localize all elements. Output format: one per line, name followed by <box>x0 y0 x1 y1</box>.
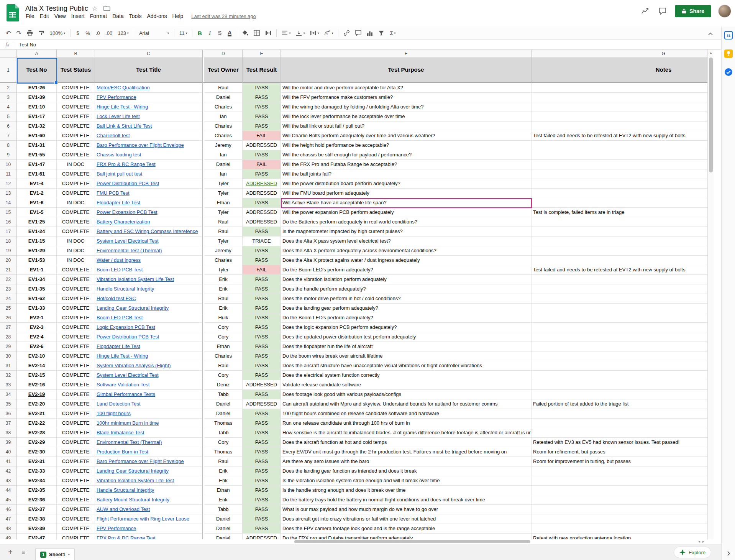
cell-G37[interactable] <box>532 419 707 428</box>
cell-G22[interactable] <box>532 275 707 284</box>
cell-C45[interactable]: Battery Mount Structural Integrity <box>95 495 202 505</box>
cell-D6[interactable]: Charles <box>204 122 243 131</box>
cell-A5[interactable]: EV1-17 <box>17 112 57 122</box>
cell-G29[interactable] <box>532 342 707 351</box>
font-size-select[interactable]: 11▾ <box>177 28 190 38</box>
cell-A23[interactable]: EV1-35 <box>17 284 57 294</box>
cell-B42[interactable]: COMPLETE <box>57 466 95 476</box>
row-header-15[interactable]: 15 <box>0 208 17 217</box>
cell-E34[interactable]: PASS <box>243 390 281 399</box>
cell-B29[interactable]: COMPLETE <box>57 342 95 351</box>
cell-C14[interactable]: Flopdapter Life Test <box>95 198 202 208</box>
cell-C12[interactable]: Power Distribution PCB Test <box>95 179 202 189</box>
cell-B25[interactable]: COMPLETE <box>57 304 95 313</box>
cell-F46[interactable]: What is our max payload and how much mar… <box>281 505 532 514</box>
cell-A21[interactable]: EV1-1 <box>17 265 57 275</box>
cell-A30[interactable]: EV2-10 <box>17 351 57 361</box>
cell-F16[interactable]: Do the Batteries perform adequately in r… <box>281 217 532 227</box>
activity-stats-icon[interactable] <box>640 6 650 16</box>
avatar[interactable] <box>718 5 731 18</box>
row-header-43[interactable]: 43 <box>0 476 17 486</box>
cell-F15[interactable]: Will the power expansion PCB perform ade… <box>281 208 532 217</box>
percent-format-button[interactable]: % <box>83 28 92 38</box>
cell-A9[interactable]: EV1-55 <box>17 150 57 160</box>
cell-B41[interactable]: COMPLETE <box>57 457 95 466</box>
column-header-F[interactable]: F <box>281 50 532 58</box>
cell-F43[interactable]: Is the vibration isolation system stron … <box>281 476 532 486</box>
cell-C7[interactable]: Charliebolt test <box>95 131 202 141</box>
cell-C38[interactable]: Blade Imbalance Test <box>95 428 202 438</box>
row-header-24[interactable]: 24 <box>0 294 17 304</box>
cell-E23[interactable]: PASS <box>243 284 281 294</box>
horizontal-align-button[interactable]: ▾ <box>279 28 293 38</box>
cell-B36[interactable]: COMPLETE <box>57 409 95 419</box>
hide-side-panel-button[interactable] <box>722 551 735 556</box>
cell-C17[interactable]: Battery and ESC Wiring Compass Interefen… <box>95 227 202 236</box>
cell-G27[interactable] <box>532 323 707 332</box>
cell-C24[interactable]: Hot/cold test ESC <box>95 294 202 304</box>
menu-view[interactable]: View <box>52 12 69 20</box>
italic-button[interactable]: I <box>205 28 214 38</box>
cell-E24[interactable]: PASS <box>243 294 281 304</box>
cell-E43[interactable]: PASS <box>243 476 281 486</box>
cell-C36[interactable]: 100 flight hours <box>95 409 202 419</box>
cell-G48[interactable] <box>532 524 707 534</box>
cell-A2[interactable]: EV1-26 <box>17 83 57 93</box>
cell-G7[interactable]: Test failed and needs to be retested at … <box>532 131 707 141</box>
cell-D29[interactable]: Ethan <box>204 342 243 351</box>
column-header-A[interactable]: A <box>17 50 57 58</box>
cell-C25[interactable]: Landing Gear Structural Integrity <box>95 304 202 313</box>
cell-A49[interactable]: EV2-47 <box>17 534 57 539</box>
cell-F1[interactable]: Test Purpose <box>281 58 532 83</box>
cell-E1[interactable]: Test Result <box>243 58 281 83</box>
cell-D27[interactable]: Cory <box>204 323 243 332</box>
cell-F7[interactable]: Will Charlie Bolts perform adequately ov… <box>281 131 532 141</box>
row-header-34[interactable]: 34 <box>0 390 17 399</box>
cell-C33[interactable]: Software Validation Test <box>95 380 202 390</box>
cell-D5[interactable]: Ian <box>204 112 243 122</box>
row-header-40[interactable]: 40 <box>0 447 17 457</box>
cell-F31[interactable]: Does the aircraft structure have unaccep… <box>281 361 532 371</box>
cell-F38[interactable]: How senstive is the aircraft to imbalanc… <box>281 428 532 438</box>
cell-C26[interactable]: Boom LED PCB Test <box>95 313 202 323</box>
cell-F34[interactable]: Does footage look good with various payl… <box>281 390 532 399</box>
cell-A14[interactable]: EV1-6 <box>17 198 57 208</box>
cell-B34[interactable]: COMPLETE <box>57 390 95 399</box>
cell-F37[interactable]: Run one release candidate unit through 1… <box>281 419 532 428</box>
cell-D41[interactable]: Raul <box>204 457 243 466</box>
row-header-23[interactable]: 23 <box>0 284 17 294</box>
cell-E40[interactable]: PASS <box>243 447 281 457</box>
cell-G3[interactable] <box>532 93 707 102</box>
cell-B4[interactable]: COMPLETE <box>57 102 95 112</box>
cell-A43[interactable]: EV2-34 <box>17 476 57 486</box>
cell-F20[interactable]: Does the Alta X protect agains water / d… <box>281 256 532 265</box>
cell-B15[interactable]: COMPLETE <box>57 208 95 217</box>
cell-B2[interactable]: COMPLETE <box>57 83 95 93</box>
add-sheet-button[interactable]: + <box>4 546 17 559</box>
cell-D25[interactable]: Erik <box>204 304 243 313</box>
cell-B20[interactable]: IN DOC <box>57 256 95 265</box>
cell-A13[interactable]: EV1-2 <box>17 189 57 198</box>
cell-D28[interactable]: Cory <box>204 332 243 342</box>
menu-tools[interactable]: Tools <box>126 12 144 20</box>
cell-D46[interactable]: Tabb <box>204 505 243 514</box>
cell-B7[interactable]: COMPLETE <box>57 131 95 141</box>
cell-B11[interactable]: COMPLETE <box>57 169 95 179</box>
cell-A18[interactable]: EV1-15 <box>17 236 57 246</box>
cell-E2[interactable]: PASS <box>243 83 281 93</box>
cell-F27[interactable]: Does the logic expansion PCB perform ade… <box>281 323 532 332</box>
cell-D30[interactable]: Charles <box>204 351 243 361</box>
cell-E11[interactable]: PASS <box>243 169 281 179</box>
column-header-G[interactable]: G <box>532 50 707 58</box>
cell-G30[interactable] <box>532 351 707 361</box>
filter-button[interactable] <box>376 28 387 38</box>
cell-B9[interactable]: COMPLETE <box>57 150 95 160</box>
cell-C31[interactable]: System Vibration Analysis (Flight) <box>95 361 202 371</box>
formula-input[interactable]: Test No <box>15 42 36 48</box>
cell-B17[interactable]: COMPLETE <box>57 227 95 236</box>
cell-G8[interactable] <box>532 141 707 150</box>
cell-F30[interactable]: Do the boom wires break over aircraft li… <box>281 351 532 361</box>
cell-C48[interactable]: FPV Performance <box>95 524 202 534</box>
cell-F13[interactable]: Will the FMU board perform adequately <box>281 189 532 198</box>
row-header-4[interactable]: 4 <box>0 102 17 112</box>
